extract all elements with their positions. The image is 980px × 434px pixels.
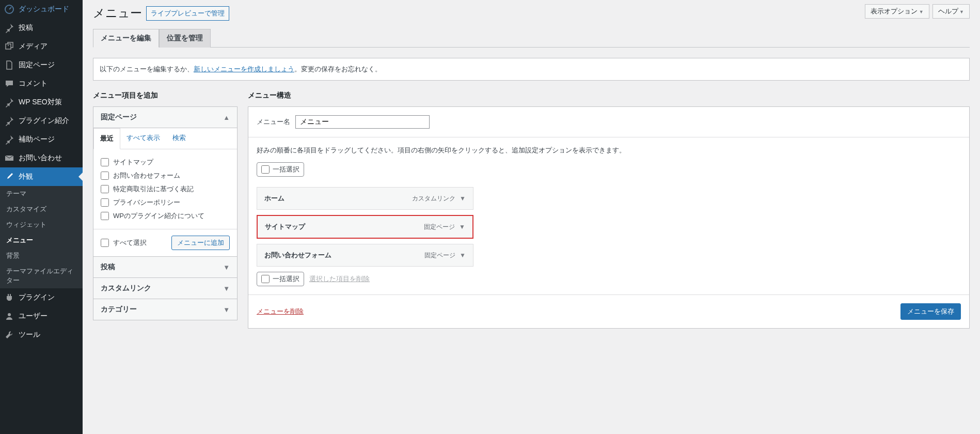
menu-name-input[interactable]: [295, 115, 430, 129]
sidebar-sub-item[interactable]: カスタマイズ: [0, 202, 83, 217]
nav-tabs: メニューを編集 位置を管理: [93, 29, 970, 48]
sidebar-item-7[interactable]: 補助ページ: [0, 130, 83, 149]
svg-rect-1: [6, 44, 11, 49]
sidebar-item-4[interactable]: コメント: [0, 74, 83, 93]
select-all-checkbox[interactable]: [101, 239, 109, 247]
menu-item[interactable]: お問い合わせフォーム固定ページ ▼: [257, 244, 473, 267]
create-new-menu-link[interactable]: 新しいメニューを作成しましょう: [194, 65, 294, 73]
add-items-title: メニュー項目を追加: [93, 91, 238, 100]
dashboard-icon: [4, 4, 14, 14]
sidebar-item-8[interactable]: お問い合わせ: [0, 149, 83, 167]
sidebar-sub-item[interactable]: 背景: [0, 248, 83, 264]
delete-menu-link[interactable]: メニューを削除: [257, 307, 304, 316]
tab-manage-locations[interactable]: 位置を管理: [159, 29, 211, 48]
menu-item[interactable]: サイトマップ固定ページ ▼: [257, 215, 473, 239]
sidebar-item-5[interactable]: WP SEO対策: [0, 93, 83, 112]
chevron-down-icon: ▼: [223, 264, 230, 271]
screen-options-button[interactable]: 表示オプション: [865, 4, 929, 19]
accordion-categories: カテゴリー ▼: [93, 299, 238, 320]
mail-icon: [4, 153, 14, 163]
media-icon: [4, 41, 14, 52]
bulk-select-checkbox-bottom[interactable]: [261, 275, 270, 283]
accordion-categories-label: カテゴリー: [101, 305, 137, 314]
page-label: プライバシーポリシー: [113, 198, 180, 207]
menu-item[interactable]: ホームカスタムリンク ▼: [257, 187, 473, 210]
remove-selected-link: 選択した項目を削除: [309, 274, 370, 284]
select-all-pages[interactable]: すべて選択: [101, 236, 147, 250]
chevron-down-icon: ▼: [223, 306, 230, 314]
sidebar-item-label: メディア: [19, 42, 48, 51]
page-checkbox[interactable]: [101, 158, 109, 166]
page-checkbox[interactable]: [101, 172, 109, 180]
user-icon: [4, 311, 14, 321]
sidebar-item-label: お問い合わせ: [19, 153, 62, 163]
page-checkbox[interactable]: [101, 185, 109, 193]
bulk-select-label: 一括選択: [273, 165, 299, 174]
sidebar-sub-item[interactable]: メニュー: [0, 233, 83, 248]
sidebar-sub-item[interactable]: ウィジェット: [0, 217, 83, 233]
page-label: サイトマップ: [113, 158, 153, 167]
sidebar-item-label: WP SEO対策: [19, 98, 62, 107]
chevron-down-icon: ▼: [223, 285, 230, 292]
sidebar-item-9[interactable]: 外観: [0, 167, 83, 186]
accordion-posts-label: 投稿: [101, 262, 115, 272]
inner-tab-recent[interactable]: 最近: [93, 128, 120, 149]
inner-tab-search[interactable]: 検索: [166, 128, 192, 149]
comment-icon: [4, 79, 14, 89]
menu-item-title: ホーム: [264, 194, 284, 203]
page-check-item[interactable]: お問い合わせフォーム: [101, 169, 230, 182]
select-all-label: すべて選択: [113, 238, 147, 247]
page-title: メニュー: [93, 5, 142, 21]
page-check-item[interactable]: WPのプラグイン紹介について: [101, 209, 230, 223]
sidebar-item-10[interactable]: プラグイン: [0, 288, 83, 307]
sidebar-item-label: ツール: [19, 330, 40, 339]
bulk-select-checkbox[interactable]: [261, 165, 270, 174]
bulk-select-top[interactable]: 一括選択: [257, 162, 304, 177]
admin-sidebar: ダッシュボード投稿メディア固定ページコメントWP SEO対策プラグイン紹介補助ペ…: [0, 0, 83, 434]
page-check-item[interactable]: プライバシーポリシー: [101, 196, 230, 209]
sidebar-item-0[interactable]: ダッシュボード: [0, 0, 83, 19]
accordion-posts-head[interactable]: 投稿 ▼: [93, 257, 237, 277]
menu-structure-title: メニュー構造: [248, 91, 970, 100]
menu-item-type: 固定ページ ▼: [424, 251, 466, 260]
help-button[interactable]: ヘルプ: [932, 4, 970, 19]
page-checkbox[interactable]: [101, 212, 109, 220]
accordion-custom-head[interactable]: カスタムリンク ▼: [93, 278, 237, 299]
notice-suffix: 。変更の保存をお忘れなく。: [294, 65, 382, 73]
page-label: お問い合わせフォーム: [113, 171, 180, 180]
live-preview-button[interactable]: ライブプレビューで管理: [146, 6, 229, 21]
page-check-item[interactable]: 特定商取引法に基づく表記: [101, 182, 230, 196]
pin-icon: [4, 134, 14, 145]
tab-edit-menus[interactable]: メニューを編集: [93, 29, 159, 48]
menu-panel: メニュー名 好みの順番に各項目をドラッグしてください。項目の右側の矢印をクリック…: [248, 106, 970, 329]
chevron-down-icon[interactable]: ▼: [459, 223, 465, 230]
sidebar-item-11[interactable]: ユーザー: [0, 307, 83, 326]
pin-icon: [4, 23, 14, 33]
main-content: 表示オプション ヘルプ メニュー ライブプレビューで管理 メニューを編集 位置を…: [83, 0, 980, 434]
sidebar-item-1[interactable]: 投稿: [0, 19, 83, 37]
pin-icon: [4, 97, 14, 107]
add-to-menu-button[interactable]: メニューに追加: [171, 236, 230, 250]
sidebar-item-12[interactable]: ツール: [0, 326, 83, 344]
sidebar-sub-item[interactable]: テーマファイルエディター: [0, 264, 83, 288]
plugin-icon: [4, 292, 14, 303]
sidebar-item-label: ユーザー: [19, 312, 48, 321]
sidebar-sub-item[interactable]: テーマ: [0, 186, 83, 202]
brush-icon: [4, 172, 14, 182]
accordion-categories-head[interactable]: カテゴリー ▼: [93, 299, 237, 320]
accordion-pages-head[interactable]: 固定ページ ▲: [93, 107, 237, 128]
sidebar-item-label: 投稿: [19, 23, 33, 33]
sidebar-item-3[interactable]: 固定ページ: [0, 56, 83, 74]
inner-tab-view-all[interactable]: すべて表示: [120, 128, 166, 149]
pages-inner-tabs: 最近 すべて表示 検索: [93, 128, 237, 149]
page-check-item[interactable]: サイトマップ: [101, 156, 230, 169]
bulk-select-bottom[interactable]: 一括選択: [257, 272, 304, 286]
page-checkbox[interactable]: [101, 198, 109, 207]
sidebar-item-label: 補助ページ: [19, 135, 55, 144]
sidebar-item-6[interactable]: プラグイン紹介: [0, 112, 83, 130]
chevron-down-icon[interactable]: ▼: [460, 252, 466, 259]
save-menu-button[interactable]: メニューを保存: [900, 303, 961, 320]
chevron-down-icon[interactable]: ▼: [460, 195, 466, 202]
menu-item-type: 固定ページ ▼: [424, 223, 465, 231]
sidebar-item-2[interactable]: メディア: [0, 37, 83, 56]
